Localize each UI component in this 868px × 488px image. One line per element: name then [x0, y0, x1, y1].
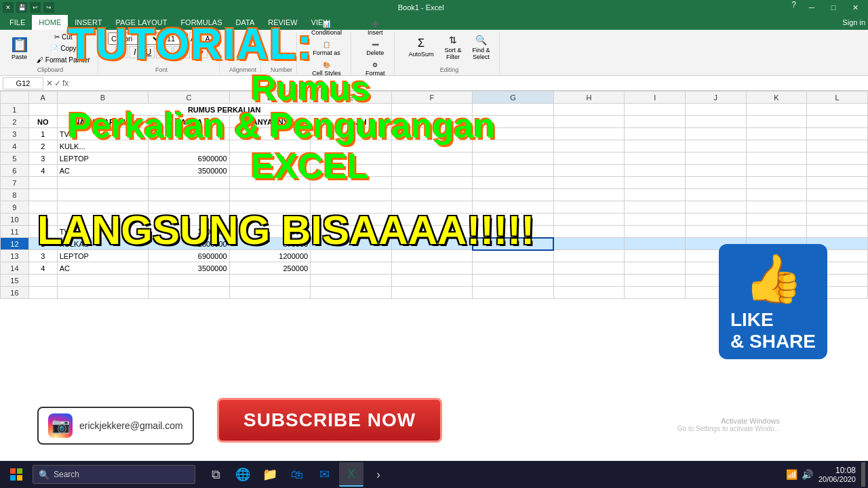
- cell-b11[interactable]: TV: [57, 226, 148, 238]
- cell-l15[interactable]: [807, 274, 868, 287]
- cell-j16[interactable]: [686, 287, 747, 299]
- cell-f5[interactable]: [391, 152, 473, 165]
- cell-i13[interactable]: [625, 250, 686, 262]
- cell-i4[interactable]: [625, 140, 686, 152]
- cell-c12[interactable]: 2800000: [149, 238, 230, 250]
- cell-g2[interactable]: [473, 116, 554, 128]
- cell-d5[interactable]: [229, 152, 311, 165]
- minimize-button[interactable]: ─: [802, 0, 822, 15]
- formula-input[interactable]: [71, 79, 865, 87]
- cell-c10[interactable]: [149, 214, 230, 226]
- cell-e12[interactable]: [311, 238, 392, 250]
- cell-a11[interactable]: 1: [28, 226, 57, 238]
- cell-l1[interactable]: [807, 104, 868, 116]
- cell-a16[interactable]: [28, 287, 57, 299]
- cell-k5[interactable]: [746, 152, 807, 165]
- cell-b7[interactable]: [57, 177, 148, 189]
- cell-h16[interactable]: [553, 287, 625, 299]
- cell-h1[interactable]: [553, 104, 625, 116]
- col-header-g[interactable]: G: [473, 92, 554, 104]
- cell-l12[interactable]: [807, 238, 868, 250]
- cell-i3[interactable]: [625, 128, 686, 140]
- cell-a10[interactable]: [28, 214, 57, 226]
- cell-c2[interactable]: HARGA: [149, 116, 230, 128]
- cell-l5[interactable]: [807, 152, 868, 165]
- cell-b12[interactable]: KULKAS: [57, 238, 148, 250]
- cell-j13[interactable]: [686, 250, 747, 262]
- cell-i7[interactable]: [625, 177, 686, 189]
- cell-a13[interactable]: 3: [28, 250, 57, 262]
- cell-k13[interactable]: [746, 250, 807, 262]
- cell-g13[interactable]: [473, 250, 554, 262]
- cell-l8[interactable]: [807, 189, 868, 201]
- cell-i2[interactable]: [625, 116, 686, 128]
- tab-page-layout[interactable]: PAGE LAYOUT: [108, 15, 174, 30]
- tab-home[interactable]: HOME: [32, 15, 68, 30]
- close-button[interactable]: ✕: [845, 0, 865, 15]
- cell-h2[interactable]: [553, 116, 625, 128]
- cell-e6[interactable]: 7: [311, 165, 392, 177]
- cell-d7[interactable]: [229, 177, 311, 189]
- cell-h8[interactable]: [553, 189, 625, 201]
- cell-d8[interactable]: [229, 189, 311, 201]
- col-header-d[interactable]: D: [229, 92, 311, 104]
- cell-b13[interactable]: LEPTOP: [57, 250, 148, 262]
- tab-formulas[interactable]: FORMULAS: [174, 15, 229, 30]
- cell-k4[interactable]: [746, 140, 807, 152]
- font-size-select[interactable]: 11: [163, 33, 188, 45]
- cell-j12[interactable]: [686, 238, 747, 250]
- show-desktop-button[interactable]: [861, 462, 865, 487]
- col-header-a[interactable]: A: [28, 92, 57, 104]
- cell-k10[interactable]: [746, 214, 807, 226]
- conditional-format-button[interactable]: 📊 Conditional: [307, 19, 347, 38]
- bold-button[interactable]: B: [115, 46, 127, 58]
- cell-c16[interactable]: [149, 287, 230, 299]
- task-view-button[interactable]: ⧉: [203, 462, 228, 487]
- cell-h11[interactable]: [553, 226, 625, 238]
- cell-l13[interactable]: [807, 250, 868, 262]
- cell-h3[interactable]: [553, 128, 625, 140]
- cell-k6[interactable]: [746, 165, 807, 177]
- cell-i9[interactable]: [625, 201, 686, 214]
- cell-h6[interactable]: [553, 165, 625, 177]
- font-increase-button[interactable]: A+: [189, 33, 201, 45]
- cell-l9[interactable]: [807, 201, 868, 214]
- cell-j6[interactable]: [686, 165, 747, 177]
- cell-c9[interactable]: [149, 201, 230, 214]
- volume-icon[interactable]: 🔊: [802, 469, 813, 480]
- cell-b6[interactable]: AC: [57, 165, 148, 177]
- cell-c6[interactable]: 3500000: [149, 165, 230, 177]
- cell-g11[interactable]: [473, 226, 554, 238]
- undo-icon[interactable]: ↩: [30, 2, 41, 13]
- cell-b4[interactable]: KULK...: [57, 140, 148, 152]
- cell-a9[interactable]: [28, 201, 57, 214]
- cell-c7[interactable]: [149, 177, 230, 189]
- cell-k3[interactable]: [746, 128, 807, 140]
- cell-g14[interactable]: [473, 262, 554, 274]
- cell-e9[interactable]: [311, 201, 392, 214]
- cell-b16[interactable]: [57, 287, 148, 299]
- cell-k2[interactable]: [746, 116, 807, 128]
- edge-button[interactable]: 🌐: [231, 462, 255, 487]
- tab-insert[interactable]: INSERT: [68, 15, 108, 30]
- cell-f13[interactable]: [391, 250, 473, 262]
- cell-reference-input[interactable]: [3, 77, 43, 89]
- cell-g3[interactable]: [473, 128, 554, 140]
- cell-g10[interactable]: [473, 214, 554, 226]
- cell-k8[interactable]: [746, 189, 807, 201]
- cell-i8[interactable]: [625, 189, 686, 201]
- cell-a1[interactable]: [28, 104, 57, 116]
- cell-f3[interactable]: [391, 128, 473, 140]
- cell-e4[interactable]: [311, 140, 392, 152]
- cell-j4[interactable]: [686, 140, 747, 152]
- col-header-h[interactable]: H: [553, 92, 625, 104]
- cell-h7[interactable]: [553, 177, 625, 189]
- cut-button[interactable]: ✂ Cut: [33, 32, 94, 42]
- cell-c4[interactable]: [149, 140, 230, 152]
- cell-j7[interactable]: [686, 177, 747, 189]
- font-family-select[interactable]: Calibri: [108, 33, 162, 45]
- cell-c14[interactable]: 3500000: [149, 262, 230, 274]
- cell-g9[interactable]: [473, 201, 554, 214]
- cell-k1[interactable]: [746, 104, 807, 116]
- cell-i16[interactable]: [625, 287, 686, 299]
